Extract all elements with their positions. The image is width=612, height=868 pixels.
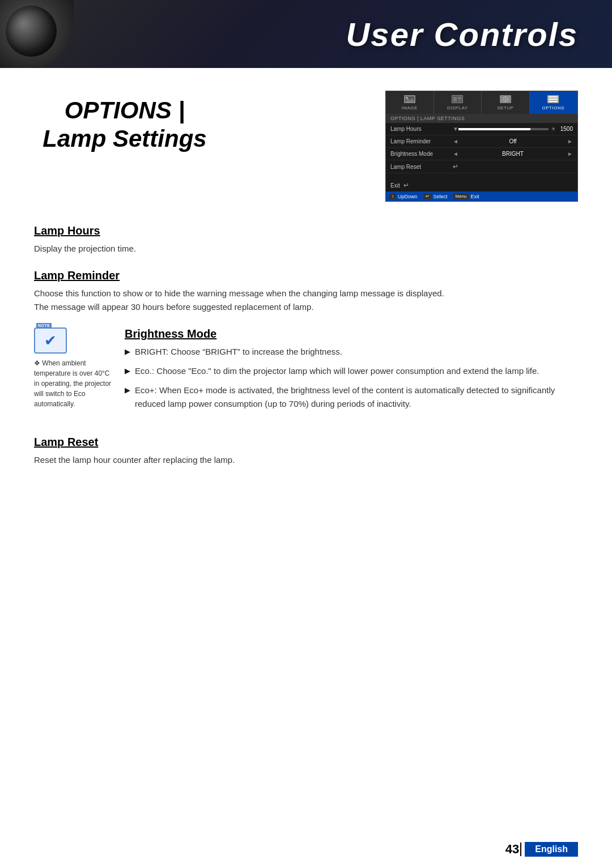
- osd-exit-row: Exit ↵: [386, 179, 577, 192]
- text-lamp-reset: Reset the lamp hour counter after replac…: [34, 453, 578, 467]
- osd-control-brightness-mode: ◄ BRIGHT ►: [453, 151, 573, 157]
- osd-label-lamp-reminder: Lamp Reminder: [390, 138, 453, 144]
- updown-key-icon: ↕: [389, 193, 396, 199]
- arrow-right-icon: ►: [567, 138, 573, 144]
- arrow-down-icon: ▼: [453, 126, 458, 132]
- arrow-right-2-icon: ►: [567, 151, 573, 157]
- brightness-mode-section: Brightness Mode ▶ BRIGHT: Choose “BRIGHT…: [125, 327, 578, 424]
- osd-tab-image[interactable]: IMAGE: [386, 91, 434, 114]
- osd-tab-display[interactable]: DISPLAY: [434, 91, 482, 114]
- osd-bottom-select-label: Select: [434, 194, 448, 199]
- list-item: ▶ Eco.: Choose "Eco." to dim the project…: [125, 364, 578, 378]
- options-icon: [547, 95, 559, 104]
- note-box: NOTE ✔: [34, 327, 67, 354]
- osd-row-lamp-reset: Lamp Reset ↵: [386, 160, 577, 173]
- osd-label-brightness-mode: Brightness Mode: [390, 151, 453, 157]
- osd-tab-options-label: OPTIONS: [542, 105, 564, 110]
- osd-row-lamp-reminder: Lamp Reminder ◄ Off ►: [386, 135, 577, 148]
- lamp-hours-value: 1500: [556, 126, 573, 132]
- content-area: Lamp Hours Display the projection time. …: [0, 219, 612, 503]
- lamp-reminder-value: Off: [458, 138, 567, 144]
- slider-fill: [458, 128, 530, 130]
- section-brightness: Brightness Mode ▶ BRIGHT: Choose “BRIGHT…: [125, 327, 578, 411]
- subtitle-section: OPTIONS | Lamp Settings: [34, 85, 215, 202]
- display-icon: [451, 95, 464, 104]
- osd-bottom-exit-label: Exit: [471, 194, 479, 199]
- osd-label-lamp-reset: Lamp Reset: [390, 164, 453, 170]
- osd-menu: IMAGE DISPLAY SETUP: [385, 91, 578, 202]
- heading-lamp-reset: Lamp Reset: [34, 436, 98, 449]
- lens-graphic: [0, 0, 74, 68]
- language-label: English: [525, 842, 578, 857]
- osd-tab-setup[interactable]: SETUP: [482, 91, 530, 114]
- checkmark-icon: ✔: [44, 332, 57, 350]
- arrow-left-icon: ◄: [453, 138, 458, 144]
- svg-rect-7: [458, 97, 461, 99]
- bullet-text-ecoplus: Eco+: When Eco+ mode is activated, the b…: [135, 384, 578, 411]
- brightness-bullet-list: ▶ BRIGHT: Choose “BRIGHT” to increase th…: [125, 345, 578, 411]
- heading-brightness-mode: Brightness Mode: [125, 327, 216, 341]
- note-text: ❖ When ambient temperature is over 40°C …: [34, 358, 113, 409]
- bullet-text-eco: Eco.: Choose "Eco." to dim the projector…: [135, 364, 539, 378]
- list-item: ▶ BRIGHT: Choose “BRIGHT” to increase th…: [125, 345, 578, 359]
- osd-tab-setup-label: SETUP: [497, 105, 513, 110]
- heading-lamp-reminder: Lamp Reminder: [34, 269, 120, 282]
- exit-enter-icon: ↵: [403, 181, 409, 189]
- svg-rect-15: [549, 96, 558, 97]
- osd-tab-options[interactable]: OPTIONS: [530, 91, 578, 114]
- svg-rect-6: [453, 97, 457, 101]
- bullet-icon-3: ▶: [125, 385, 130, 397]
- osd-bottom-updown: ↕ UpDown: [389, 193, 418, 199]
- page-number: 43: [505, 842, 519, 857]
- setup-icon: [499, 95, 512, 104]
- bullet-icon-1: ▶: [125, 346, 130, 358]
- osd-row-lamp-hours: Lamp Hours ▼ ☀ 1500: [386, 123, 577, 135]
- osd-bottom-updown-label: UpDown: [398, 194, 418, 199]
- osd-section-title: OPTIONS | LAMP SETTINGS: [386, 114, 577, 123]
- osd-tabs: IMAGE DISPLAY SETUP: [386, 91, 577, 114]
- page-title: User Controls: [346, 15, 578, 53]
- bullet-icon-2: ▶: [125, 365, 130, 377]
- osd-label-lamp-hours: Lamp Hours: [390, 126, 453, 132]
- slider-bar: [458, 128, 549, 130]
- select-key-icon: ↵: [423, 193, 432, 199]
- brightness-note-section: NOTE ✔ ❖ When ambient temperature is ove…: [34, 327, 578, 424]
- osd-row-brightness-mode: Brightness Mode ◄ BRIGHT ►: [386, 148, 577, 160]
- text-lamp-hours: Display the projection time.: [34, 242, 578, 256]
- osd-tab-image-label: IMAGE: [402, 105, 418, 110]
- brightness-icon: ☀: [551, 126, 556, 132]
- header: User Controls: [0, 0, 612, 68]
- svg-point-11: [504, 99, 506, 100]
- arrow-left-2-icon: ◄: [453, 151, 458, 157]
- svg-rect-8: [458, 100, 461, 101]
- bullet-text-bright: BRIGHT: Choose “BRIGHT” to increase the …: [135, 345, 342, 359]
- osd-bottom-select: ↵ Select: [423, 193, 448, 199]
- exit-key-icon: Menu: [453, 193, 469, 199]
- enter-icon: ↵: [453, 163, 458, 171]
- image-icon: [403, 95, 416, 104]
- osd-section: IMAGE DISPLAY SETUP: [238, 85, 578, 202]
- footer-divider: [520, 843, 521, 856]
- list-item: ▶ Eco+: When Eco+ mode is activated, the…: [125, 384, 578, 411]
- note-box-label: NOTE: [36, 323, 52, 328]
- osd-exit-label: Exit: [390, 182, 400, 189]
- osd-slider-lamp-hours: ☀: [458, 126, 556, 132]
- note-sidebar: NOTE ✔ ❖ When ambient temperature is ove…: [34, 327, 113, 424]
- osd-control-lamp-hours: ▼ ☀ 1500: [453, 126, 573, 132]
- osd-control-lamp-reset: ↵: [453, 163, 573, 171]
- osd-tab-display-label: DISPLAY: [447, 105, 468, 110]
- svg-rect-17: [549, 101, 558, 102]
- osd-bottom-bar: ↕ UpDown ↵ Select Menu Exit: [386, 192, 577, 201]
- page-subtitle: OPTIONS | Lamp Settings: [34, 96, 215, 154]
- section-lamp-reset: Lamp Reset Reset the lamp hour counter a…: [34, 436, 578, 467]
- heading-lamp-hours: Lamp Hours: [34, 224, 100, 237]
- section-lamp-hours: Lamp Hours Display the projection time.: [34, 224, 578, 256]
- brightness-mode-value: BRIGHT: [458, 151, 567, 157]
- top-content-area: OPTIONS | Lamp Settings IMAGE DISPLAY: [0, 68, 612, 219]
- section-lamp-reminder: Lamp Reminder Choose this function to sh…: [34, 269, 578, 314]
- svg-rect-16: [549, 99, 558, 100]
- footer: 43 English: [505, 842, 578, 857]
- osd-bottom-exit: Menu Exit: [453, 193, 479, 199]
- osd-control-lamp-reminder: ◄ Off ►: [453, 138, 573, 144]
- text-lamp-reminder: Choose this function to show or to hide …: [34, 287, 578, 314]
